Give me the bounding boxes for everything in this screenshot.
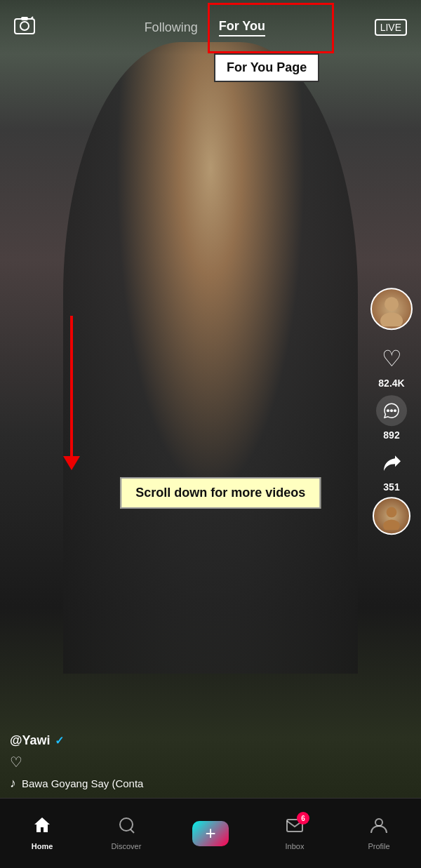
discover-icon xyxy=(117,816,135,839)
arrow-head xyxy=(63,456,80,470)
svg-rect-2 xyxy=(21,17,28,20)
like-button[interactable]: ♡ 82.4K xyxy=(374,341,409,389)
nav-home[interactable]: Home xyxy=(0,816,84,850)
svg-point-7 xyxy=(390,409,393,412)
nav-tabs: Following For You xyxy=(145,19,265,36)
for-you-page-callout: For You Page xyxy=(214,53,319,82)
svg-point-9 xyxy=(387,507,397,517)
profile-icon xyxy=(370,816,388,839)
live-button[interactable]: LIVE xyxy=(375,19,407,36)
inbox-container: 6 xyxy=(286,816,304,839)
scroll-arrow xyxy=(63,316,80,470)
comment-button[interactable]: 892 xyxy=(374,393,409,441)
scroll-instruction-container: Scroll down for more videos xyxy=(120,477,321,509)
home-icon xyxy=(33,816,51,839)
share-count: 351 xyxy=(383,481,399,493)
music-note-icon: ♪ xyxy=(10,776,16,791)
music-info: ♪ Bawa Goyang Say (Conta xyxy=(10,776,143,791)
arrow-line xyxy=(70,316,73,456)
discover-label: Discover xyxy=(112,842,142,850)
profile-label: Profile xyxy=(368,842,389,850)
verified-badge: ✓ xyxy=(55,734,64,747)
nav-profile[interactable]: Profile xyxy=(337,816,421,850)
camera-icon[interactable] xyxy=(14,15,35,39)
nav-discover[interactable]: Discover xyxy=(84,816,168,850)
svg-point-4 xyxy=(385,297,399,311)
svg-point-14 xyxy=(375,819,382,826)
comment-count: 892 xyxy=(383,429,399,441)
home-label: Home xyxy=(32,842,53,850)
inbox-label: Inbox xyxy=(286,842,305,850)
svg-point-10 xyxy=(383,519,400,530)
video-person xyxy=(63,42,358,674)
svg-point-11 xyxy=(120,818,133,831)
bottom-navigation: Home Discover + 6 Inbox xyxy=(0,798,421,868)
video-info: @Yawi ✓ ♡ ♪ Bawa Goyang Say (Conta xyxy=(10,733,143,791)
music-avatar[interactable] xyxy=(373,497,410,535)
nav-inbox[interactable]: 6 Inbox xyxy=(253,816,337,850)
svg-point-8 xyxy=(394,409,396,412)
comment-icon xyxy=(374,393,409,428)
plus-icon: + xyxy=(205,822,215,844)
for-you-tab[interactable]: For You xyxy=(219,19,265,36)
heart-small: ♡ xyxy=(10,754,143,770)
creator-avatar[interactable] xyxy=(370,288,413,330)
creator-username: @Yawi ✓ xyxy=(10,733,143,748)
like-icon: ♡ xyxy=(374,341,409,376)
like-count: 82.4K xyxy=(378,378,404,389)
nav-create[interactable]: + xyxy=(168,821,253,846)
svg-point-1 xyxy=(20,22,29,30)
right-actions-panel: ♡ 82.4K 892 351 xyxy=(370,288,413,532)
following-tab[interactable]: Following xyxy=(145,20,198,35)
scroll-instruction-text: Scroll down for more videos xyxy=(120,477,321,509)
top-navigation: Following For You LIVE xyxy=(0,0,421,55)
svg-line-12 xyxy=(131,829,134,833)
inbox-badge: 6 xyxy=(297,812,309,824)
svg-point-6 xyxy=(387,409,389,412)
share-icon xyxy=(374,445,409,480)
create-button[interactable]: + xyxy=(192,821,229,846)
svg-point-5 xyxy=(380,312,403,326)
share-button[interactable]: 351 xyxy=(374,445,409,493)
music-title: Bawa Goyang Say (Conta xyxy=(22,777,143,789)
